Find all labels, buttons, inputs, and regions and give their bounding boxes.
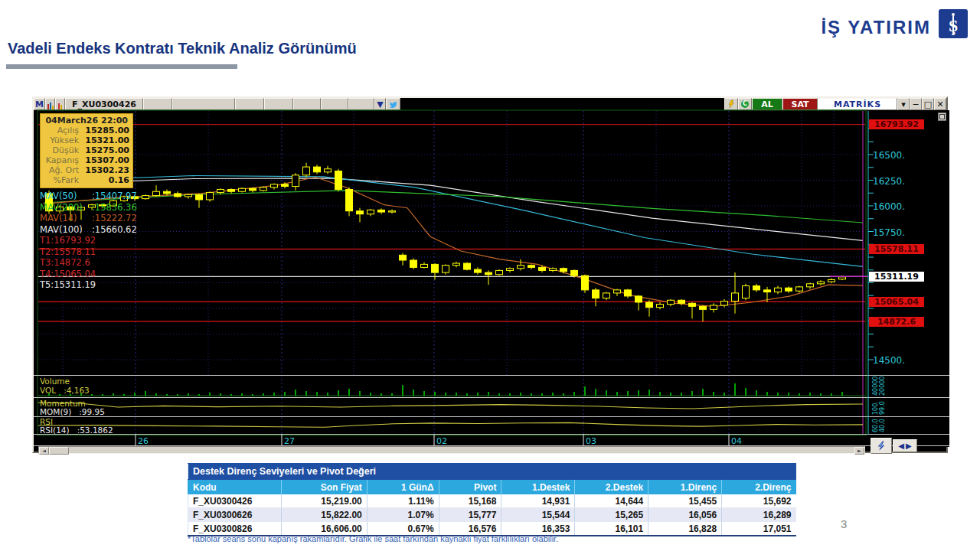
- candle-body: [571, 270, 578, 276]
- candle-body: [314, 167, 321, 172]
- momentum-axis-label: 100.: [872, 401, 879, 415]
- info-label: Açılış: [42, 126, 85, 135]
- table-cell: 15,168: [439, 494, 501, 508]
- mav-value: :15222.72: [92, 213, 137, 223]
- volume-panel-title: Volume: [40, 377, 70, 386]
- candle-body: [786, 288, 792, 291]
- mav-name: MAV(14): [40, 213, 92, 224]
- candle-body: [335, 171, 342, 189]
- candle-body: [292, 175, 299, 187]
- candle-body: [721, 302, 728, 305]
- mav-value: :15836.36: [92, 202, 137, 213]
- candle-body: [410, 260, 417, 267]
- candle-body: [496, 270, 503, 274]
- candle-body: [357, 211, 364, 214]
- scroll-left-button[interactable]: ◄: [39, 447, 49, 455]
- candle-body: [732, 293, 739, 302]
- table-cell: 16,828: [648, 522, 722, 536]
- candle-body: [828, 279, 835, 282]
- brand-logo-icon: Ş: [939, 9, 968, 38]
- info-label: Yüksek: [42, 135, 85, 145]
- candle-body: [764, 290, 771, 292]
- table-cell: 15,265: [575, 508, 648, 522]
- candle-body: [689, 303, 696, 306]
- axis-settings-button[interactable]: [938, 112, 946, 121]
- price-axis-label: 16250.: [873, 176, 905, 187]
- t-level-label: T5:15311.19: [40, 279, 137, 291]
- table-header-cell: Son Fiyat: [281, 480, 367, 495]
- is-bank-glyph: Ş: [939, 9, 968, 38]
- scroll-right-button[interactable]: ►: [854, 447, 864, 455]
- info-value: 15321.00: [85, 135, 129, 145]
- table-cell: 15,777: [439, 508, 501, 522]
- scrollbar-thumb[interactable]: [49, 447, 69, 455]
- price-level-badge: 15578.11: [869, 244, 924, 254]
- mav-value: :15407.97: [92, 191, 137, 201]
- last-price-badge: 15311.19: [869, 272, 924, 282]
- candle-body: [485, 272, 492, 275]
- mav-value: :15660.62: [92, 224, 137, 235]
- candle-body: [518, 266, 524, 269]
- table-cell: 16,606.00: [281, 522, 367, 536]
- table-cell: 1.07%: [367, 508, 439, 522]
- candle-body: [635, 296, 642, 302]
- candle-body: [668, 300, 675, 304]
- candle-body: [710, 305, 717, 309]
- price-axis-label: 16000.: [873, 201, 905, 212]
- info-box-row: Açılış15285.00: [42, 126, 129, 135]
- candle-body: [657, 305, 664, 308]
- candle-body: [378, 210, 385, 212]
- mav-label: MAV(50):15407.97: [40, 191, 137, 202]
- horizontal-scrollbar[interactable]: ◄ ►: [38, 446, 865, 454]
- title-underline: [6, 64, 237, 69]
- indicator-labels: MAV(50):15407.97MAV(200):15836.36MAV(14)…: [40, 191, 137, 291]
- table-row: F_XU030042615,219.001.11%15,16814,93114,…: [188, 494, 796, 508]
- rsi-value: RSI(14) :53.1862: [40, 425, 113, 435]
- info-value: 0.16: [85, 175, 129, 185]
- slide: { "slide": { "title": "Vadeli Endeks Kon…: [0, 0, 980, 551]
- info-box-timestamp: 04March26 22:00: [42, 116, 129, 126]
- candle-body: [260, 187, 267, 191]
- table-cell: 16,101: [575, 522, 648, 536]
- page-title: Vadeli Endeks Kontratı Teknik Analiz Gör…: [8, 40, 357, 57]
- info-box-row: Yüksek15321.00: [42, 135, 129, 145]
- contract-code-cell: F_XU0300626: [188, 508, 282, 522]
- table-cell: 15,822.00: [281, 508, 367, 522]
- table-header-cell: 1.Destek: [501, 480, 575, 495]
- table-row: F_XU030082616,606.000.67%16,57616,35316,…: [188, 522, 796, 536]
- candle-body: [250, 188, 256, 191]
- candle-body: [175, 194, 181, 197]
- info-value: 15307.00: [85, 155, 129, 165]
- table-cell: 0.67%: [367, 522, 439, 536]
- candle-body: [217, 190, 224, 193]
- candle-body: [142, 196, 149, 199]
- candle-body: [625, 290, 632, 296]
- candle-body: [164, 191, 171, 194]
- table-cell: 16,289: [722, 508, 796, 522]
- ohlc-info-box: 04March26 22:00 Açılış15285.00Yüksek1532…: [40, 113, 133, 188]
- candle-body: [346, 190, 353, 211]
- table-cell: 14,644: [575, 494, 648, 508]
- time-axis-label: 04: [731, 436, 742, 446]
- info-label: Ağ. Ort: [42, 165, 85, 175]
- t-level-label: T2:15578.11: [40, 246, 137, 258]
- price-level-badge: 15065.04: [869, 297, 924, 307]
- info-value: 15285.00: [85, 126, 129, 135]
- candle-body: [646, 302, 653, 308]
- price-level-badge: 14872.6: [869, 317, 924, 327]
- table-cell: 14,931: [501, 494, 575, 508]
- bar-navigation-buttons[interactable]: ◀ ▶: [893, 439, 917, 452]
- table-cell: 15,544: [501, 508, 575, 522]
- table-cell: 16,576: [439, 522, 501, 536]
- candle-body: [271, 184, 278, 187]
- candle-body: [196, 194, 203, 200]
- candle-body: [796, 287, 803, 291]
- matriks-chart-window: M F_XU0300426 ▼ C AL SAT MATRİKS ▾ ─ □ ✕: [32, 96, 948, 453]
- matriks-logo-button[interactable]: [871, 438, 892, 454]
- candle-body: [443, 266, 449, 272]
- mav-name: MAV(200): [40, 202, 92, 214]
- candle-body: [550, 269, 557, 271]
- info-label: Kapanış: [42, 155, 85, 165]
- support-resistance-table: Destek Direnç Seviyeleri ve Pivot Değeri…: [188, 463, 796, 536]
- momentum-axis-label: 99.0: [879, 401, 886, 415]
